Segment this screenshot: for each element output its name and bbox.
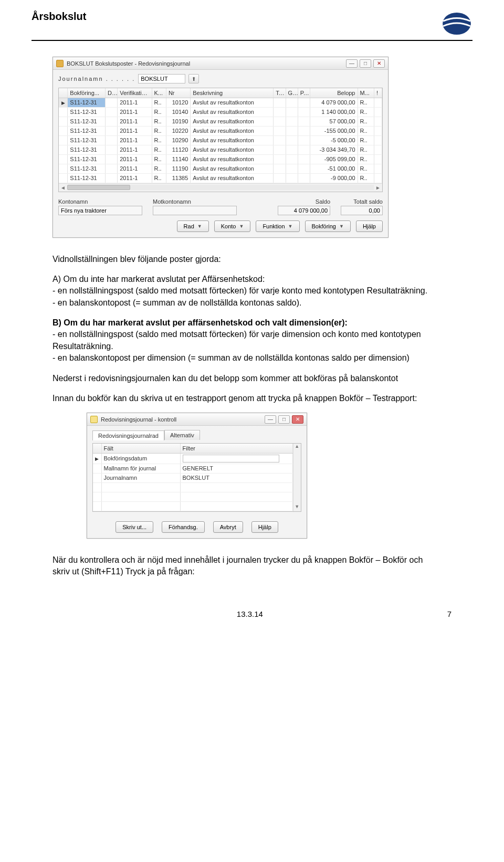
totalt-label: Totalt saldo bbox=[341, 198, 383, 205]
journal-grid[interactable]: Bokföring... D... Verifikatio... K... Nr… bbox=[58, 88, 383, 192]
totalt-value bbox=[341, 206, 383, 215]
col-t[interactable]: T... bbox=[274, 88, 286, 98]
chevron-down-icon: ▼ bbox=[288, 224, 293, 229]
para: A) Om du inte har markerat avslutat per … bbox=[52, 274, 436, 309]
maximize-button[interactable]: □ bbox=[360, 59, 371, 68]
up-arrow-icon: ⬆ bbox=[192, 76, 196, 82]
table-row[interactable] bbox=[93, 492, 292, 501]
logo bbox=[441, 10, 472, 37]
body-text: När du kontrollera och är nöjd med inneh… bbox=[52, 554, 436, 578]
col-d[interactable]: D... bbox=[106, 88, 118, 98]
col-beskrivning[interactable]: Beskrivning bbox=[191, 88, 274, 98]
scroll-down-icon[interactable]: ▼ bbox=[295, 504, 299, 511]
close-button[interactable]: ✕ bbox=[373, 59, 385, 68]
motkontonamn-label: Motkontonamn bbox=[153, 198, 237, 205]
table-row[interactable]: S11-12-312011-1R..11190Avslut av resulta… bbox=[59, 164, 382, 173]
journal-label: Journalnamn . . . . . . bbox=[58, 76, 135, 82]
para: B) Om du har markerat avslut per affärse… bbox=[52, 317, 436, 364]
saldo-label: Saldo bbox=[278, 198, 330, 205]
kontonamn-label: Kontonamn bbox=[58, 198, 142, 205]
window-bokslut: BOKSLUT Bokslutsposter - Redovisningsjou… bbox=[52, 57, 388, 238]
journal-input[interactable] bbox=[138, 74, 185, 83]
para: Innan du bokför kan du skriva ut en test… bbox=[52, 393, 436, 404]
chevron-down-icon: ▼ bbox=[197, 224, 202, 229]
window-title: BOKSLUT Bokslutsposter - Redovisningsjou… bbox=[67, 60, 190, 67]
col-filter[interactable]: Filter bbox=[180, 444, 292, 453]
col-belopp[interactable]: Belopp bbox=[310, 88, 358, 98]
col-m[interactable]: M... bbox=[358, 88, 374, 98]
table-row[interactable]: S11-12-312011-1R..10120Avslut av resulta… bbox=[59, 98, 382, 107]
journal-field-row: Journalnamn . . . . . . ⬆ bbox=[58, 74, 383, 83]
chevron-down-icon: ▼ bbox=[239, 224, 244, 229]
scroll-up-icon[interactable]: ▲ bbox=[295, 444, 299, 451]
table-row[interactable]: S11-12-312011-1R..10290Avslut av resulta… bbox=[59, 135, 382, 145]
col-bokforing[interactable]: Bokföring... bbox=[68, 88, 106, 98]
page-footer: 13.3.14 7 bbox=[32, 609, 472, 618]
grid-header: Bokföring... D... Verifikatio... K... Nr… bbox=[59, 88, 382, 98]
table-row[interactable]: Mallnamn för journalGENERELT bbox=[93, 464, 292, 473]
col-p[interactable]: P... bbox=[298, 88, 310, 98]
chevron-down-icon: ▼ bbox=[339, 224, 344, 229]
tab-redovisningsjournalrad[interactable]: Redovisningsjournalrad bbox=[92, 430, 164, 440]
col-nr[interactable]: Nr bbox=[166, 88, 190, 98]
summary-row: Kontonamn Motkontonamn Saldo Totalt sald… bbox=[58, 198, 383, 215]
journal-lookup-button[interactable]: ⬆ bbox=[188, 74, 199, 83]
scroll-right-icon[interactable]: ► bbox=[374, 185, 382, 191]
minimize-button[interactable]: — bbox=[346, 59, 358, 68]
para: Nederst i redovisningsjournalen kan du d… bbox=[52, 373, 436, 384]
bokforing-button[interactable]: Bokföring▼ bbox=[305, 220, 351, 232]
minimize-button[interactable]: — bbox=[265, 415, 276, 424]
motkontonamn-value bbox=[153, 206, 237, 215]
table-row[interactable]: S11-12-312011-1R..11385Avslut av resulta… bbox=[59, 173, 382, 183]
skrivut-button[interactable]: Skriv ut... bbox=[116, 521, 153, 533]
para: Vidnollställningen blev följande poster … bbox=[52, 254, 436, 265]
rad-button[interactable]: Rad▼ bbox=[177, 220, 209, 232]
table-row[interactable]: JournalnamnBOKSLUT bbox=[93, 473, 292, 482]
forhandsg-button[interactable]: Förhandsg. bbox=[162, 521, 205, 533]
table-row[interactable]: Bokföringsdatum bbox=[93, 453, 292, 464]
close-button[interactable]: ✕ bbox=[292, 415, 303, 424]
kontonamn-value bbox=[58, 206, 142, 215]
table-row[interactable] bbox=[93, 482, 292, 492]
table-row[interactable]: S11-12-312011-1R..10220Avslut av resulta… bbox=[59, 126, 382, 135]
page-header: Årsbokslut bbox=[32, 10, 472, 41]
col-falt[interactable]: Fält bbox=[101, 444, 180, 453]
app-icon bbox=[56, 60, 64, 67]
hjalp-button[interactable]: Hjälp bbox=[251, 521, 278, 533]
vertical-scrollbar[interactable]: ▲ ▼ bbox=[293, 444, 301, 511]
table-row[interactable] bbox=[93, 501, 292, 511]
table-row[interactable]: S11-12-312011-1R..11120Avslut av resulta… bbox=[59, 145, 382, 154]
funktion-button[interactable]: Funktion▼ bbox=[256, 220, 299, 232]
konto-button[interactable]: Konto▼ bbox=[214, 220, 251, 232]
col-g[interactable]: G... bbox=[286, 88, 298, 98]
table-row[interactable]: S11-12-312011-1R..10140Avslut av resulta… bbox=[59, 107, 382, 117]
table-row[interactable]: S11-12-312011-1R..10190Avslut av resulta… bbox=[59, 117, 382, 126]
window-title: Redovisningsjournal - kontroll bbox=[101, 416, 176, 423]
hjalp-button[interactable]: Hjälp bbox=[356, 220, 383, 232]
avbryt-button[interactable]: Avbryt bbox=[213, 521, 243, 533]
table-row[interactable]: S11-12-312011-1R..11140Avslut av resulta… bbox=[59, 154, 382, 164]
titlebar[interactable]: Redovisningsjournal - kontroll — □ ✕ bbox=[87, 413, 307, 426]
document-title: Årsbokslut bbox=[32, 10, 86, 23]
scroll-thumb[interactable] bbox=[67, 185, 130, 190]
filter-input[interactable] bbox=[183, 455, 280, 462]
tab-alternativ[interactable]: Alternativ bbox=[164, 430, 200, 440]
col-verifikatio[interactable]: Verifikatio... bbox=[118, 88, 152, 98]
window-kontroll: Redovisningsjournal - kontroll — □ ✕ Red… bbox=[87, 413, 307, 539]
scroll-left-icon[interactable]: ◄ bbox=[59, 185, 67, 191]
col-k[interactable]: K... bbox=[152, 88, 166, 98]
maximize-button[interactable]: □ bbox=[278, 415, 290, 424]
filter-grid[interactable]: Fält Filter BokföringsdatumMallnamn för … bbox=[92, 443, 301, 512]
horizontal-scrollbar[interactable]: ◄ ► bbox=[59, 183, 382, 192]
footer-version: 13.3.14 bbox=[237, 609, 263, 618]
para: När du kontrollera och är nöjd med inneh… bbox=[52, 554, 436, 578]
titlebar[interactable]: BOKSLUT Bokslutsposter - Redovisningsjou… bbox=[53, 57, 388, 70]
saldo-value bbox=[278, 206, 330, 215]
col-excl[interactable]: ! bbox=[374, 88, 382, 98]
body-text: Vidnollställningen blev följande poster … bbox=[52, 254, 436, 405]
app-icon bbox=[90, 416, 98, 423]
footer-page: 7 bbox=[447, 609, 452, 618]
